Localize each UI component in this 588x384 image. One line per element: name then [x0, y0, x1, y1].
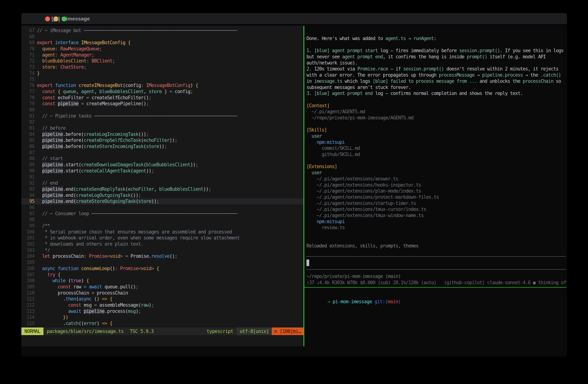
code-line[interactable]: 73 store: ChatStore;	[21, 64, 303, 70]
line-number: 95	[21, 198, 37, 204]
agent-line: ~/.pi/agent/extensions/tmux-cursor/index…	[307, 206, 566, 212]
agent-line: in imessage.ts which logs [blue] failed …	[307, 78, 566, 84]
agent-bottom-border	[304, 287, 566, 288]
code-line[interactable]: 98	[21, 217, 303, 223]
code-line[interactable]: 109 const raw = await queue.pull();	[21, 284, 303, 290]
code-line[interactable]: 77 const { queue, agent, blueBubblesClie…	[21, 89, 303, 95]
line-number: 75	[21, 76, 37, 83]
code-line[interactable]: 74}	[21, 70, 303, 76]
code-line[interactable]: 70 queue: RawMessageQueue;	[21, 46, 303, 52]
code-line[interactable]: 71 agent: AgentManager;	[21, 52, 303, 58]
agent-line: commit/SKILL.md	[307, 145, 566, 151]
code-line[interactable]: 67// ─ iMessage bot ────────────────────…	[21, 27, 303, 34]
code-line[interactable]: 79 const pipeline = createMessagePipelin…	[21, 101, 303, 107]
line-number: 73	[21, 64, 37, 70]
line-number: 96	[21, 204, 37, 211]
code-line[interactable]: 69export interface IMessageBotConfig {	[21, 40, 303, 46]
code-line[interactable]: 105	[21, 259, 303, 266]
line-number: 71	[21, 52, 37, 58]
line-number: 97	[21, 211, 37, 217]
window-title: [pi] 1:imessage	[52, 16, 90, 22]
line-number: 103	[21, 247, 37, 253]
code-line[interactable]: 100 * Serial promise chain that ensures …	[21, 229, 303, 235]
vim-editor-pane[interactable]: 67// ─ iMessage bot ────────────────────…	[21, 26, 303, 346]
text-cursor[interactable]	[307, 260, 309, 266]
agent-line: ~/.pi/agent/AGENTS.md	[307, 109, 566, 115]
code-line[interactable]: 102 * downloads and others are plain tex…	[21, 241, 303, 247]
line-number: 111	[21, 296, 37, 302]
code-line[interactable]: 68	[21, 34, 303, 40]
line-number: 76	[21, 82, 37, 89]
code-line[interactable]: 86 pipeline.before(createStoreIncomingTa…	[21, 143, 303, 150]
vim-mode-badge: NORMAL	[21, 327, 43, 335]
code-line[interactable]: 97 // ─ Consumer loop ──────────────────…	[21, 211, 303, 217]
code-line[interactable]: 92 // end	[21, 180, 303, 186]
code-line[interactable]: 103 */	[21, 247, 303, 253]
line-number: 78	[21, 95, 37, 101]
line-number: 106	[21, 266, 37, 272]
line-number: 80	[21, 107, 37, 113]
agent-line: ~/.pi/agent/extensions/tmux-window-name.…	[307, 212, 566, 219]
line-number: 99	[21, 223, 37, 229]
line-number: 100	[21, 229, 37, 235]
line-number: 90	[21, 168, 37, 174]
code-line[interactable]: 115 .catch((error) => {	[21, 320, 303, 327]
window-titlebar[interactable]: [pi] 1:imessage	[21, 13, 567, 25]
close-button-icon[interactable]	[45, 17, 50, 21]
code-line[interactable]: 76export function createIMessageBot(conf…	[21, 82, 303, 89]
code-lines[interactable]: 67// ─ iMessage bot ────────────────────…	[21, 27, 303, 327]
code-line[interactable]: 82	[21, 119, 303, 125]
code-line[interactable]: 107 try {	[21, 272, 303, 278]
shell-prompt[interactable]: → pi-mom-imessage git:(main)	[307, 294, 401, 310]
code-line[interactable]: 75	[21, 76, 303, 83]
line-number: 110	[21, 290, 37, 296]
code-line[interactable]: 110 processChain = processChain	[21, 290, 303, 296]
line-number: 85	[21, 137, 37, 143]
code-line[interactable]: 111 .then(async () => {	[21, 296, 303, 302]
code-line[interactable]: 94 pipeline.end(createLogOutgoingTask())…	[21, 192, 303, 199]
code-line[interactable]: 113 await pipeline.process(msg);	[21, 308, 303, 315]
code-line[interactable]: 112 const msg = assembleMessage(raw);	[21, 302, 303, 308]
agent-line: auth/network issue).	[307, 60, 566, 66]
agent-line: github/SKILL.md	[307, 151, 566, 158]
code-line[interactable]: 93 pipeline.end(createSendReplyTask(echo…	[21, 186, 303, 192]
line-number: 94	[21, 192, 37, 199]
file-path: packages/blue/src/imessage.ts	[47, 329, 124, 334]
agent-line: review.ts	[307, 225, 566, 231]
code-line[interactable]: 84 pipeline.before(createLogIncomingTask…	[21, 131, 303, 137]
line-number: 112	[21, 302, 37, 308]
code-line[interactable]: 90 pipeline.start(createCallAgentTask(ag…	[21, 168, 303, 174]
code-line[interactable]: 72 blueBubblesClient: BBClient;	[21, 58, 303, 64]
code-line[interactable]: 96	[21, 204, 303, 211]
code-line[interactable]: 89 pipeline.start(createDownloadImagesTa…	[21, 162, 303, 168]
code-line[interactable]: 106 async function consumeLoop(): Promis…	[21, 266, 303, 272]
code-line[interactable]: 99 /**	[21, 223, 303, 229]
agent-pane[interactable]: Done. Here's what was added to agent.ts …	[304, 26, 567, 346]
code-line[interactable]: 108 while (true) {	[21, 278, 303, 284]
code-line[interactable]: 101 * in webhook-arrival order, even whe…	[21, 235, 303, 241]
code-line[interactable]: 91	[21, 174, 303, 180]
line-number: 115	[21, 320, 37, 327]
code-line[interactable]: 81 // ─ Pipeline tasks ─────────────────…	[21, 113, 303, 119]
agent-line	[307, 158, 566, 164]
code-line[interactable]: 85 pipeline.before(createDropSelfEchoTas…	[21, 137, 303, 143]
line-number: 84	[21, 131, 37, 137]
code-line[interactable]: 83 // before	[21, 125, 303, 131]
agent-line: npm:mitsupi	[307, 139, 566, 145]
line-number: 105	[21, 259, 37, 266]
code-line[interactable]: 104 let processChain: Promise<void> = Pr…	[21, 253, 303, 259]
code-line[interactable]: 88 // start	[21, 156, 303, 162]
agent-transcript: Done. Here's what was added to agent.ts …	[307, 36, 566, 249]
agent-line: [Extensions]	[307, 163, 566, 170]
code-line[interactable]: 95 pipeline.end(createStoreOutgoingTask(…	[21, 198, 303, 204]
code-line[interactable]: 78 const echoFilter = createSelfEchoFilt…	[21, 95, 303, 101]
code-line[interactable]: 80	[21, 107, 303, 113]
code-line[interactable]: 87	[21, 150, 303, 156]
prompt-arrow-icon: →	[328, 299, 330, 304]
agent-line	[307, 96, 566, 103]
input-separator-bottom	[306, 269, 566, 270]
agent-line: [Context]	[307, 103, 566, 109]
code-line[interactable]: 114 })	[21, 314, 303, 320]
line-number: 104	[21, 253, 37, 259]
input-separator-top	[306, 256, 566, 257]
